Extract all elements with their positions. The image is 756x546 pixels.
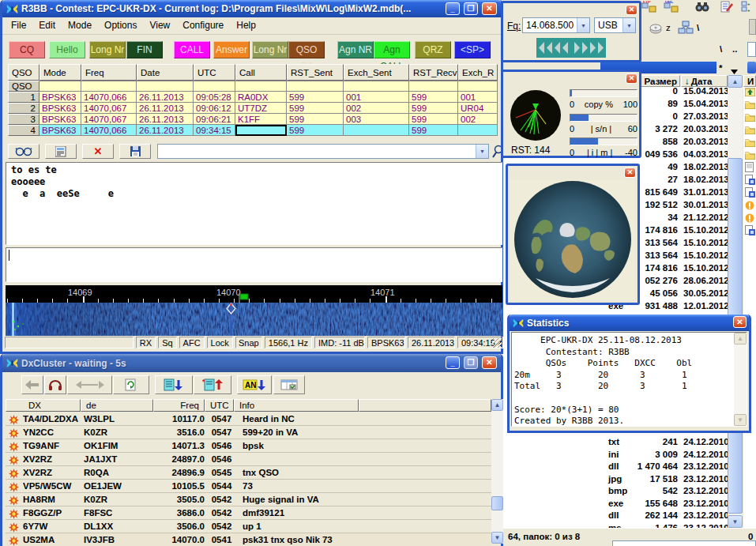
qso-cell[interactable]: 599 bbox=[409, 114, 458, 125]
menu-options[interactable]: Options bbox=[98, 17, 143, 34]
stats-scrollbar[interactable] bbox=[734, 333, 747, 426]
dx-toolbar-an-filter[interactable]: AN bbox=[237, 375, 272, 394]
dx-toolbar-trend[interactable] bbox=[67, 375, 112, 394]
minimize-button[interactable]: _ bbox=[446, 2, 460, 15]
dx-column-de[interactable]: de bbox=[81, 399, 153, 412]
dx-column-DX[interactable]: DX bbox=[6, 399, 81, 412]
qso-cell[interactable]: 09:06:21 bbox=[194, 114, 235, 125]
dx-column-blank[interactable] bbox=[359, 399, 491, 412]
dx-row[interactable]: VP5/W5CWOE1JEW10105.5054473 bbox=[6, 480, 491, 493]
qso-column-rst_recv[interactable]: RST_Recv bbox=[409, 64, 458, 81]
dx-row[interactable]: HA8RMK0ZR3505.00542Huge signal in VA bbox=[6, 493, 491, 506]
frequency-combobox[interactable]: 14.068.500▼ bbox=[522, 17, 590, 33]
qso-filter-cell[interactable] bbox=[137, 81, 194, 92]
log-page-button[interactable] bbox=[45, 144, 77, 159]
column-header-date[interactable]: ↓Дата bbox=[681, 75, 728, 87]
qso-cell[interactable]: UT7DZ bbox=[235, 103, 287, 114]
mode-combobox[interactable]: USB▼ bbox=[594, 17, 636, 33]
stats-scroll-up[interactable]: ▲ bbox=[734, 333, 747, 345]
qso-cell[interactable]: BPSK63 bbox=[39, 103, 81, 114]
dx-maximize-button[interactable]: ❐ bbox=[464, 356, 478, 369]
macro-button-fin[interactable]: FIN bbox=[126, 41, 163, 58]
drive-icon[interactable] bbox=[649, 21, 663, 37]
qso-cell[interactable]: 26.11.2013 bbox=[137, 103, 194, 114]
qso-cell[interactable]: 09:06:12 bbox=[194, 103, 235, 114]
qso-cell[interactable]: 599 bbox=[409, 125, 458, 136]
qso-cell[interactable]: 14070,066 bbox=[81, 125, 137, 136]
qso-cell[interactable]: 003 bbox=[344, 114, 409, 125]
macro-button-agn-call[interactable]: Agn CALL bbox=[374, 41, 410, 58]
qso-cell[interactable] bbox=[235, 125, 287, 136]
callsign-combobox[interactable]: ▼ bbox=[157, 144, 489, 159]
qso-cell[interactable]: K1FF bbox=[235, 114, 287, 125]
qso-filter-cell[interactable] bbox=[344, 81, 409, 92]
statistics-titlebar[interactable]: Statistics ✕ bbox=[510, 314, 749, 331]
qso-cell[interactable]: 001 bbox=[458, 92, 498, 103]
menu-mode[interactable]: Mode bbox=[62, 17, 98, 34]
qso-cell[interactable]: BPSK63 bbox=[39, 125, 81, 136]
qso-cell[interactable]: 002 bbox=[344, 103, 409, 114]
ftp-icon[interactable]: FTP bbox=[641, 1, 656, 17]
resize-grip[interactable] bbox=[492, 338, 502, 348]
rx-text-area[interactable]: to es te eooeee e a eeSe e bbox=[6, 162, 502, 245]
scroll-up-button[interactable]: ▲ bbox=[728, 75, 743, 88]
path-bar-star[interactable]: * bbox=[719, 63, 722, 73]
compare-dirs-icon[interactable]: ++ bbox=[741, 1, 754, 16]
dx-toolbar-doc-up[interactable]: * bbox=[194, 375, 231, 394]
qso-column-date[interactable]: Date bbox=[137, 64, 194, 81]
qso-column-call[interactable]: Call bbox=[235, 64, 287, 81]
qso-filter-cell[interactable] bbox=[287, 81, 344, 92]
meter-close-button[interactable]: ✕ bbox=[626, 73, 638, 84]
qso-cell[interactable]: 14070,066 bbox=[81, 92, 137, 103]
qso-cell[interactable]: 26.11.2013 bbox=[137, 92, 194, 103]
dx-row[interactable]: 6Y7WDL1XX3506.00542up 1 bbox=[6, 520, 491, 533]
qso-cell[interactable]: 14070,067 bbox=[81, 103, 137, 114]
qso-cell[interactable]: 09:34:15 bbox=[194, 125, 235, 136]
dx-scrollbar[interactable] bbox=[491, 399, 503, 544]
current-dir-dots[interactable]: .. bbox=[732, 44, 737, 54]
qso-filter-cell[interactable] bbox=[194, 81, 235, 92]
dx-scroll-down[interactable]: ▼ bbox=[491, 532, 503, 544]
drive-letter[interactable]: z bbox=[666, 23, 671, 32]
fm-command-input[interactable] bbox=[612, 540, 756, 546]
dx-column-UTC[interactable]: UTC bbox=[205, 399, 234, 412]
qso-filter-cell[interactable] bbox=[39, 81, 81, 92]
qso-filter-cell[interactable] bbox=[409, 81, 458, 92]
macro-button-long-nr[interactable]: Long Nr bbox=[252, 41, 288, 58]
dx-toolbar-grid-settings[interactable] bbox=[273, 375, 305, 394]
maximize-button[interactable]: ❐ bbox=[464, 2, 478, 15]
dx-minimize-button[interactable]: _ bbox=[446, 356, 460, 369]
dx-row[interactable]: TG9ANFOK1FIM14071.30546bpsk bbox=[6, 439, 491, 453]
glasses-button[interactable] bbox=[8, 144, 39, 159]
binoculars-icon[interactable] bbox=[695, 1, 709, 16]
qso-column-utc[interactable]: UTC bbox=[194, 64, 235, 81]
scroll-down-button[interactable]: ▼ bbox=[728, 515, 743, 528]
qso-filter-cell[interactable] bbox=[458, 81, 498, 92]
qso-column-qso[interactable]: QSO bbox=[8, 64, 39, 81]
dx-column-Freq[interactable]: Freq bbox=[153, 399, 205, 412]
dx-toolbar-headphones[interactable] bbox=[44, 375, 66, 394]
dx-row[interactable]: XV2RZR0QA24896.90545tnx QSO bbox=[6, 466, 491, 480]
qso-cell[interactable]: 599 bbox=[287, 114, 344, 125]
globe-map[interactable] bbox=[510, 180, 635, 300]
menu-help[interactable]: Help bbox=[230, 17, 262, 34]
qso-column-mode[interactable]: Mode bbox=[39, 64, 81, 81]
tuning-arrows[interactable] bbox=[536, 38, 606, 58]
tx-text-area[interactable] bbox=[6, 247, 502, 282]
dx-toolbar-back[interactable] bbox=[21, 375, 43, 394]
combo-dropdown-icon[interactable]: ▼ bbox=[476, 145, 488, 158]
macro-button-answer[interactable]: Answer bbox=[213, 41, 250, 58]
edit-list-icon[interactable] bbox=[720, 1, 734, 16]
qso-cell[interactable]: 26.11.2013 bbox=[137, 114, 194, 125]
url-icon[interactable]: URL bbox=[664, 1, 679, 17]
mode-dropdown-icon[interactable]: ▼ bbox=[622, 18, 635, 32]
qso-cell[interactable]: 599 bbox=[287, 103, 344, 114]
qso-cell[interactable]: 599 bbox=[287, 125, 344, 136]
dx-row[interactable]: TA4/DL2DXAW3LPL10117.00547Heard in NC bbox=[6, 412, 491, 426]
save-button[interactable] bbox=[119, 144, 151, 159]
dxcluster-titlebar[interactable]: DxCluster - waiting - 5s _ ❐ ✕ bbox=[2, 354, 501, 372]
qso-cell[interactable]: 09:05:28 bbox=[194, 92, 235, 103]
dx-row[interactable]: F8GGZ/PF8FSC3686.00542dmf39121 bbox=[6, 506, 491, 520]
qso-cell[interactable] bbox=[344, 125, 409, 136]
qso-cell[interactable]: BPSK63 bbox=[39, 114, 81, 125]
